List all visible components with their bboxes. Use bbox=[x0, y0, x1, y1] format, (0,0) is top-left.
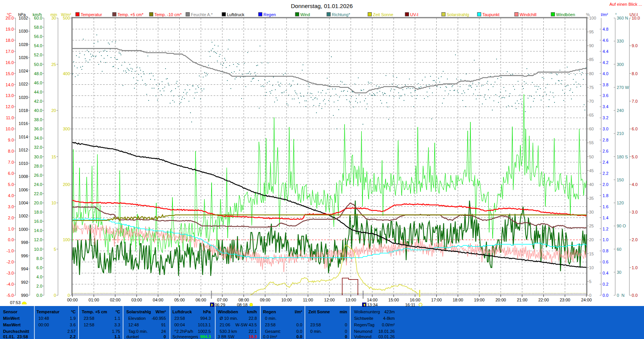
svg-text:15:00: 15:00 bbox=[388, 298, 399, 302]
svg-text:1000: 1000 bbox=[19, 227, 28, 232]
svg-text:16.0: 16.0 bbox=[6, 60, 14, 65]
svg-text:Zeit Sonne: Zeit Sonne bbox=[308, 309, 330, 314]
svg-text:22.0: 22.0 bbox=[34, 191, 42, 196]
svg-text:1020: 1020 bbox=[19, 95, 28, 100]
svg-text:5.0: 5.0 bbox=[632, 155, 637, 159]
svg-text:20: 20 bbox=[589, 237, 594, 242]
svg-text:07:53: 07:53 bbox=[10, 300, 21, 305]
svg-text:992: 992 bbox=[21, 280, 28, 285]
svg-text:90 O: 90 O bbox=[617, 224, 626, 228]
svg-text:01.01. 23:58: 01.01. 23:58 bbox=[3, 334, 28, 339]
svg-text:12:48: 12:48 bbox=[128, 323, 139, 327]
svg-text:12:00: 12:00 bbox=[324, 298, 335, 302]
svg-text:0: 0 bbox=[164, 334, 166, 339]
svg-text:24.0: 24.0 bbox=[34, 182, 42, 187]
svg-text:-1.0: -1.0 bbox=[7, 248, 14, 253]
svg-text:21:06: 21:06 bbox=[220, 323, 230, 327]
svg-text:5.0: 5.0 bbox=[8, 182, 14, 187]
svg-text:3.6: 3.6 bbox=[70, 323, 76, 327]
svg-text:8.0: 8.0 bbox=[36, 256, 42, 261]
svg-text:04:00: 04:00 bbox=[153, 298, 164, 302]
svg-text:03:00: 03:00 bbox=[131, 298, 142, 302]
svg-text:28.0: 28.0 bbox=[34, 164, 42, 168]
svg-text:Elevation: Elevation bbox=[128, 316, 146, 321]
svg-text:30: 30 bbox=[51, 16, 56, 20]
svg-text:Temp. +5 cm: Temp. +5 cm bbox=[82, 309, 107, 314]
svg-text:01:00: 01:00 bbox=[89, 298, 99, 302]
svg-text:60: 60 bbox=[589, 127, 594, 131]
svg-text:1014: 1014 bbox=[19, 135, 28, 139]
svg-text:2.2: 2.2 bbox=[70, 334, 76, 339]
svg-text:Solarstrahlg: Solarstrahlg bbox=[447, 12, 469, 17]
svg-text:Luftdruck: Luftdruck bbox=[227, 12, 245, 17]
svg-text:10:48: 10:48 bbox=[38, 316, 49, 321]
svg-text:24: 24 bbox=[161, 329, 166, 334]
svg-text:13:34: 13:34 bbox=[367, 303, 378, 307]
svg-text:400: 400 bbox=[63, 71, 70, 76]
svg-text:54.0: 54.0 bbox=[34, 43, 42, 48]
svg-text:240: 240 bbox=[617, 108, 624, 113]
svg-text:1.6: 1.6 bbox=[603, 204, 608, 209]
svg-text:60: 60 bbox=[617, 247, 621, 252]
svg-text:3.4: 3.4 bbox=[603, 104, 608, 109]
svg-text:0.0: 0.0 bbox=[632, 293, 637, 298]
svg-text:48.0: 48.0 bbox=[34, 71, 42, 76]
svg-text:13.0: 13.0 bbox=[6, 93, 14, 98]
svg-text:MinWert: MinWert bbox=[3, 316, 20, 321]
svg-text:0.0l/m²: 0.0l/m² bbox=[382, 323, 395, 327]
svg-text:1026: 1026 bbox=[19, 55, 28, 60]
svg-text:200: 200 bbox=[63, 182, 70, 187]
svg-text:180 S: 180 S bbox=[617, 155, 628, 159]
svg-text:2.6: 2.6 bbox=[603, 149, 608, 153]
svg-text:0: 0 bbox=[345, 323, 347, 327]
svg-text:°C: °C bbox=[116, 309, 120, 314]
svg-text:17.0: 17.0 bbox=[6, 49, 14, 54]
svg-text:9.0: 9.0 bbox=[8, 138, 14, 142]
svg-text:Temperatur: Temperatur bbox=[36, 309, 60, 314]
svg-text:21:00: 21:00 bbox=[517, 298, 528, 302]
svg-text:Temp. +5 cm*: Temp. +5 cm* bbox=[118, 12, 144, 17]
svg-text:2.0: 2.0 bbox=[8, 216, 14, 220]
svg-text:0: 0 bbox=[345, 334, 347, 339]
svg-text:1.4: 1.4 bbox=[603, 216, 608, 220]
svg-text:270 W: 270 W bbox=[617, 85, 629, 90]
svg-text:5: 5 bbox=[589, 279, 591, 284]
svg-text:09:00: 09:00 bbox=[260, 298, 271, 302]
svg-text:100: 100 bbox=[589, 16, 596, 20]
svg-text:1006: 1006 bbox=[19, 188, 28, 192]
svg-text:0 N: 0 N bbox=[617, 293, 624, 298]
svg-text:2.0: 2.0 bbox=[632, 237, 637, 242]
svg-text:Wolkenunterg: Wolkenunterg bbox=[354, 309, 380, 314]
svg-text:1018: 1018 bbox=[19, 108, 28, 113]
svg-text:MaxWert: MaxWert bbox=[3, 323, 21, 327]
svg-text:15: 15 bbox=[589, 252, 594, 256]
svg-text:Ø 10 min.: Ø 10 min. bbox=[220, 316, 238, 321]
svg-text:35: 35 bbox=[589, 196, 594, 201]
svg-text:W/m²: W/m² bbox=[156, 309, 166, 314]
svg-text:43.5: 43.5 bbox=[249, 323, 257, 327]
svg-text:10: 10 bbox=[589, 265, 594, 270]
svg-text:00:00: 00:00 bbox=[67, 298, 78, 302]
svg-text:38.0: 38.0 bbox=[34, 117, 42, 122]
svg-text:Tag:0 min.: Tag:0 min. bbox=[128, 329, 148, 334]
svg-text:Durchschnitt: Durchschnitt bbox=[3, 329, 29, 334]
svg-text:1004: 1004 bbox=[19, 201, 28, 205]
svg-text:22:00: 22:00 bbox=[538, 298, 549, 302]
svg-text:4.4: 4.4 bbox=[603, 49, 608, 54]
svg-text:08:18: 08:18 bbox=[237, 303, 248, 307]
svg-text:Temp. -10 cm*: Temp. -10 cm* bbox=[154, 12, 182, 17]
svg-text:22.8: 22.8 bbox=[249, 316, 257, 321]
svg-text:6.0: 6.0 bbox=[632, 127, 637, 131]
svg-text:75: 75 bbox=[589, 85, 594, 90]
svg-text:32.0: 32.0 bbox=[34, 145, 42, 150]
svg-text:10.0: 10.0 bbox=[34, 247, 42, 252]
svg-text:91: 91 bbox=[161, 323, 166, 327]
svg-text:08:00: 08:00 bbox=[238, 298, 249, 302]
svg-text:19:00: 19:00 bbox=[474, 298, 485, 302]
svg-text:14:00: 14:00 bbox=[367, 298, 378, 302]
svg-text:4.0: 4.0 bbox=[8, 193, 14, 198]
svg-text:3.2: 3.2 bbox=[603, 115, 608, 120]
svg-text:Regen/Tag: Regen/Tag bbox=[354, 323, 374, 327]
svg-text:3.0: 3.0 bbox=[8, 204, 14, 209]
svg-text:23:00: 23:00 bbox=[560, 298, 570, 302]
